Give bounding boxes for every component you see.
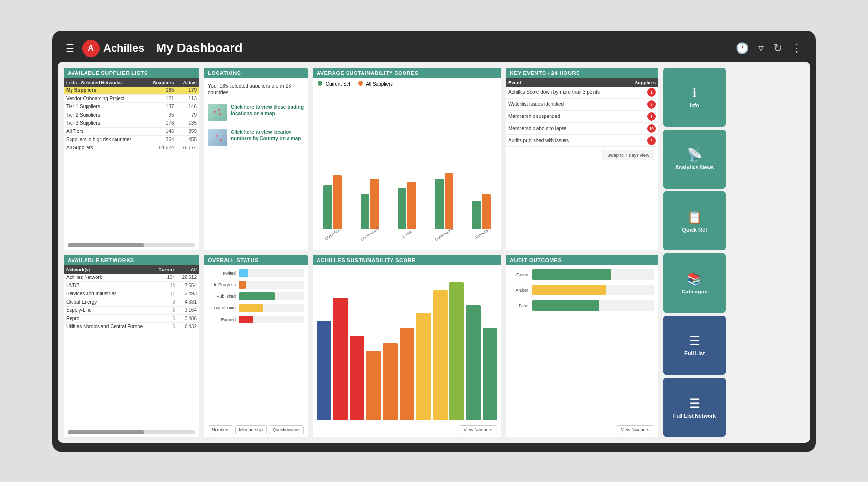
score-bar <box>333 298 347 420</box>
filter-icon[interactable]: ▿ <box>758 42 764 55</box>
event-badge: 5 <box>647 112 656 121</box>
catalogue-label: Catalogue <box>681 289 707 294</box>
table-row: Watchlist issues identified9 <box>506 98 658 110</box>
status-label: Expired <box>208 317 236 322</box>
scrollbar-track <box>68 243 195 247</box>
bar-group-label: Financial <box>474 228 489 240</box>
status-label: In Progress <box>208 282 236 287</box>
table-row[interactable]: Global Energy94,381 <box>64 298 199 306</box>
scrollbar-thumb <box>68 243 144 247</box>
score-bar <box>350 336 364 419</box>
full-list-network-button[interactable]: ☰ Full List Network <box>663 378 726 437</box>
current-bar <box>435 179 444 229</box>
bar-group-label: Social <box>401 229 412 239</box>
table-row[interactable]: All Suppliers84,62476,774 <box>64 144 199 152</box>
brand-name: Achilles <box>103 42 144 55</box>
audit-label: Amber <box>510 288 528 292</box>
info-icon: ℹ <box>692 86 697 101</box>
networks-scrollbar[interactable] <box>64 427 199 437</box>
map-link-1-text: Click here to view these trading locatio… <box>231 104 304 117</box>
audit-row: Green <box>510 269 654 280</box>
swap-view-button[interactable]: Swap to 7 days view <box>602 150 654 160</box>
achilles-score-header: ACHILLES SUSTAINABILITY SCORE <box>313 255 501 265</box>
audit-bar-track <box>532 285 654 295</box>
col-current: Current <box>154 265 177 274</box>
full-list-button[interactable]: ☰ Full List <box>663 316 726 375</box>
catalogue-button[interactable]: 📚 Catalogue <box>663 253 726 312</box>
table-row[interactable]: UVDB187,654 <box>64 281 199 290</box>
status-tab-button[interactable]: Questionnaire <box>269 425 304 434</box>
audit-row: Amber <box>510 285 654 295</box>
status-row: In Progress <box>208 281 304 289</box>
table-row[interactable]: Repro33,486 <box>64 314 199 322</box>
table-row[interactable]: All Tiers146359 <box>64 127 199 135</box>
map-thumb-1 <box>208 104 227 121</box>
table-row[interactable]: Suppliers in high risk countries364455 <box>64 135 199 144</box>
map-link-1[interactable]: Click here to view these trading locatio… <box>204 100 308 125</box>
table-row[interactable]: Tier 3 Suppliers176135 <box>64 119 199 127</box>
table-row: Membership about to lapse10 <box>506 122 658 134</box>
score-bar <box>416 313 431 420</box>
quick-ref-icon: 📋 <box>687 210 702 225</box>
all-bar <box>482 194 491 229</box>
right-sidebar: ℹ Info 📡 Analytics News 📋 Quick Ref 📚 Ca… <box>663 68 726 437</box>
status-bar-fill <box>239 292 275 300</box>
map-link-2[interactable]: Click here to view location numbers by C… <box>204 125 308 150</box>
audit-bar-seg <box>532 269 611 280</box>
menu-icon[interactable]: ☰ <box>66 43 74 54</box>
networks-scrollbar-thumb <box>68 430 144 434</box>
supplier-lists-header: AVAILABLE SUPPLIER LISTS <box>64 68 199 78</box>
logo-area: A Achilles <box>82 40 144 57</box>
current-bar <box>398 188 406 229</box>
status-tab-button[interactable]: Numbers <box>208 425 233 434</box>
locations-card: LOCATIONS Your 185 selected suppliers ar… <box>204 68 308 250</box>
table-row[interactable]: Achilles Network13428,612 <box>64 274 199 282</box>
score-bar <box>433 290 448 420</box>
bar-group: OVERALL <box>317 175 349 236</box>
status-label: Out of Date <box>208 306 236 310</box>
table-row[interactable]: Supply-Line63,164 <box>64 306 199 314</box>
networks-table: Network(s) Current All Achilles Network1… <box>64 265 199 331</box>
score-view-numbers-button[interactable]: View Numbers <box>459 425 497 434</box>
networks-header: AVAILABLE NETWORKS <box>64 255 199 265</box>
table-row[interactable]: Vendor Onboarding Project121113 <box>64 94 199 102</box>
topbar-actions: 🕐 ▿ ↻ ⋮ <box>736 42 802 55</box>
all-bar <box>445 173 453 229</box>
history-icon[interactable]: 🕐 <box>736 42 749 55</box>
col-suppliers: Suppliers <box>626 78 658 87</box>
status-tabs: NumbersMembershipQuestionnaire <box>204 424 308 437</box>
more-icon[interactable]: ⋮ <box>792 42 802 55</box>
analytics-icon: 📡 <box>687 147 702 162</box>
col-suppliers: Suppliers <box>146 78 176 87</box>
status-bar-track <box>239 316 304 323</box>
col-event: Event <box>506 78 626 87</box>
col-network-name: Network(s) <box>64 265 154 274</box>
table-row[interactable]: Utilities Nordics and Central Europe36,4… <box>64 322 199 331</box>
audit-bar-seg <box>532 300 599 311</box>
bar-group: Financial <box>465 194 497 236</box>
quick-ref-label: Quick Ref <box>682 227 707 233</box>
info-button[interactable]: ℹ Info <box>663 68 726 127</box>
event-badge: 2 <box>647 136 656 145</box>
audit-label: Green <box>510 272 528 277</box>
audit-view-numbers-button[interactable]: View Numbers <box>616 425 654 434</box>
status-label: Published <box>208 294 236 299</box>
table-row[interactable]: Services and Industries122,493 <box>64 290 199 298</box>
table-row[interactable]: My Suppliers185179 <box>64 87 199 95</box>
bar-group: Environment <box>354 179 386 236</box>
scrollbar-area[interactable] <box>64 240 199 250</box>
full-list-icon: ☰ <box>689 334 700 349</box>
analytics-label: Analytics News <box>675 164 714 170</box>
table-row[interactable]: Tier 1 Suppliers137146 <box>64 102 199 111</box>
current-bar <box>472 201 481 229</box>
locations-header: LOCATIONS <box>204 68 308 78</box>
table-row[interactable]: Tier 2 Suppliers9579 <box>64 111 199 119</box>
status-bar-track <box>239 269 304 277</box>
quick-ref-button[interactable]: 📋 Quick Ref <box>663 191 726 250</box>
audit-bar-track <box>532 269 654 280</box>
status-tab-button[interactable]: Membership <box>235 425 267 434</box>
refresh-icon[interactable]: ↻ <box>773 42 782 55</box>
bar-group: Governance <box>428 173 460 236</box>
status-bar-track <box>239 304 304 312</box>
analytics-button[interactable]: 📡 Analytics News <box>663 130 726 189</box>
